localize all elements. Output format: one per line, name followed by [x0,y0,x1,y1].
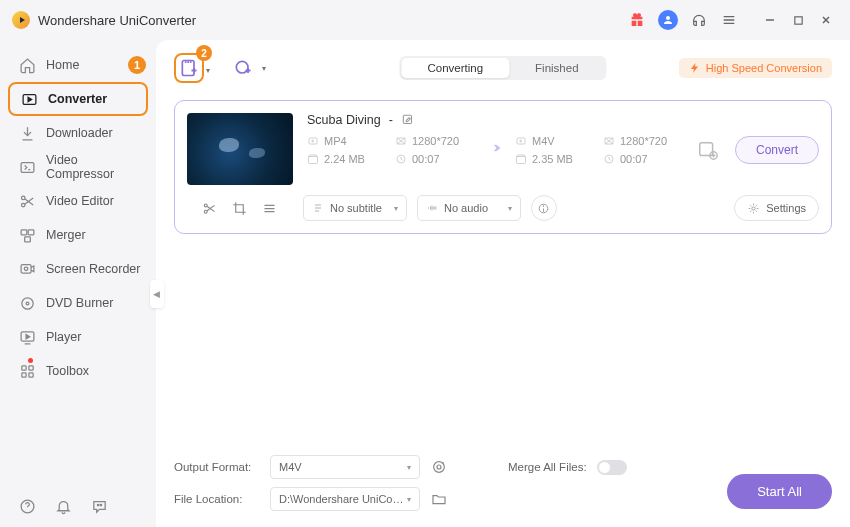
sidebar-item-converter[interactable]: Converter [8,82,148,116]
feedback-icon[interactable] [90,497,108,515]
svg-point-32 [752,206,755,209]
trim-icon[interactable] [202,200,218,216]
gift-icon[interactable] [628,11,646,29]
svg-rect-14 [28,365,32,369]
convert-button[interactable]: Convert [735,136,819,164]
notification-dot [28,358,33,363]
download-icon [18,124,36,142]
toolbar: ▾ 2 ▾ Converting Finished High Speed Con… [156,40,850,96]
arrow-icon [481,138,505,162]
sidebar-item-label: Converter [48,92,107,106]
merger-icon [18,226,36,244]
tab-finished[interactable]: Finished [509,58,604,78]
sidebar-item-label: Downloader [46,126,113,140]
merge-toggle[interactable] [597,460,627,475]
app-logo [12,11,30,29]
collapse-sidebar-button[interactable]: ◀ [150,280,164,308]
file-location-select[interactable]: D:\Wondershare UniConverter 1▾ [270,487,420,511]
headset-icon[interactable] [690,11,708,29]
user-avatar-icon[interactable] [658,10,678,30]
sidebar-item-home[interactable]: Home 1 [0,48,156,82]
maximize-button[interactable] [786,8,810,32]
svg-point-4 [21,203,25,207]
output-settings-icon[interactable] [695,137,721,163]
src-format: MP4 [307,135,383,147]
scissors-icon [18,192,36,210]
chevron-down-icon: ▾ [206,66,210,75]
sidebar-item-player[interactable]: Player [0,320,156,354]
dst-size: 2.35 MB [515,153,591,165]
add-files-button[interactable]: ▾ 2 [174,53,204,83]
file-card: Scuba Diving - MP4 1280*720 2.24 MB [174,100,832,234]
compressor-icon [18,158,36,176]
bell-icon[interactable] [54,497,72,515]
crop-icon[interactable] [232,200,248,216]
disc-icon [18,294,36,312]
svg-rect-5 [21,229,27,234]
svg-rect-0 [794,16,801,23]
close-button[interactable] [814,8,838,32]
merge-label: Merge All Files: [508,461,587,473]
chevron-down-icon: ▾ [262,64,266,73]
sidebar-item-recorder[interactable]: Screen Recorder [0,252,156,286]
annotation-step-1: 1 [128,56,146,74]
minimize-button[interactable] [758,8,782,32]
open-folder-icon[interactable] [430,490,448,508]
recorder-icon [18,260,36,278]
footer: Output Format: M4V▾ Merge All Files: Fil… [156,445,850,527]
sidebar-item-dvd[interactable]: DVD Burner [0,286,156,320]
sidebar-item-label: Player [46,330,81,344]
audio-select[interactable]: No audio▾ [417,195,521,221]
src-duration: 00:07 [395,153,471,165]
converter-icon [20,90,38,108]
home-icon [18,56,36,74]
sidebar-item-merger[interactable]: Merger [0,218,156,252]
output-preset-icon[interactable] [430,458,448,476]
card-settings-button[interactable]: Settings [734,195,819,221]
svg-point-30 [205,210,208,213]
sidebar-item-label: Video Editor [46,194,114,208]
file-title: Scuba Diving [307,113,381,127]
status-tabs: Converting Finished [399,56,606,80]
sidebar-item-toolbox[interactable]: Toolbox [0,354,156,388]
svg-point-29 [205,203,208,206]
sidebar-item-label: DVD Burner [46,296,113,310]
subtitle-select[interactable]: No subtitle▾ [303,195,407,221]
app-title: Wondershare UniConverter [38,13,628,28]
tab-converting[interactable]: Converting [401,58,509,78]
edit-title-icon[interactable] [401,113,415,127]
file-title-dash: - [389,113,393,127]
sidebar-item-label: Merger [46,228,86,242]
dst-format: M4V [515,135,591,147]
svg-rect-15 [21,372,25,376]
sidebar-item-downloader[interactable]: Downloader [0,116,156,150]
hamburger-menu-icon[interactable] [720,11,738,29]
svg-point-34 [437,465,441,469]
sidebar-item-editor[interactable]: Video Editor [0,184,156,218]
help-icon[interactable] [18,497,36,515]
toolbox-icon [18,362,36,380]
sidebar-item-compressor[interactable]: Video Compressor [0,150,156,184]
video-thumbnail[interactable] [187,113,293,185]
info-button[interactable] [531,195,557,221]
sidebar-item-label: Toolbox [46,364,89,378]
add-from-device-button[interactable]: ▾ [228,53,258,83]
dst-duration: 00:07 [603,153,679,165]
annotation-step-2: 2 [196,45,212,61]
main-panel: ▾ 2 ▾ Converting Finished High Speed Con… [156,40,850,527]
output-format-label: Output Format: [174,461,260,473]
svg-point-10 [21,297,32,308]
sidebar-item-label: Screen Recorder [46,262,141,276]
svg-rect-6 [28,229,34,234]
output-format-select[interactable]: M4V▾ [270,455,420,479]
sidebar: Home 1 Converter Downloader Video Compre… [0,40,156,527]
more-icon[interactable] [262,200,278,216]
svg-point-3 [21,196,25,200]
high-speed-badge[interactable]: High Speed Conversion [679,58,832,78]
svg-point-9 [24,267,28,271]
svg-rect-8 [21,264,31,273]
titlebar: Wondershare UniConverter [0,0,850,40]
svg-rect-16 [28,372,32,376]
svg-rect-13 [21,365,25,369]
start-all-button[interactable]: Start All [727,474,832,509]
